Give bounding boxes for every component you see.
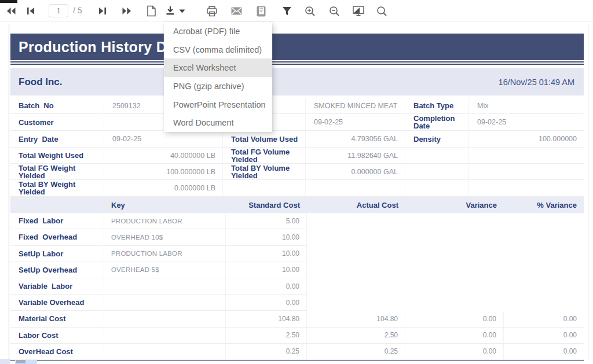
cost-value-cell — [405, 229, 504, 245]
page-bottom-artifact-scroll — [15, 360, 37, 364]
page-right-edge — [588, 24, 588, 360]
company-name: Food Inc. — [19, 76, 63, 88]
cost-value-cell — [405, 246, 504, 262]
cost-value-cell — [504, 262, 584, 278]
export-menu-item-png-gzip-archive[interactable]: PNG (gzip archive) — [164, 77, 272, 95]
info-field-label: Total BY Volume Yielded — [223, 164, 306, 180]
export-menu-item-word-document[interactable]: Word Document — [164, 113, 272, 132]
search-icon[interactable] — [374, 3, 389, 19]
info-field-value — [469, 164, 584, 180]
info-field-label: Batch No — [10, 98, 104, 114]
cost-header--variance: % Variance — [504, 197, 584, 213]
export-menu-item-excel-worksheet[interactable]: Excel Worksheet — [164, 58, 272, 77]
info-field-label: Total BY Weight Yielded — [10, 180, 104, 197]
cost-value-cell: 10.00 — [226, 246, 307, 262]
cost-row-label: Variable Overhead — [10, 295, 104, 311]
info-field-value: 11.982640 GAL — [306, 148, 405, 164]
report-viewer-window: / 5 — [0, 0, 593, 364]
cost-header-variance: Variance — [405, 197, 504, 213]
filter-icon[interactable] — [279, 3, 294, 19]
title-double-rule — [10, 61, 584, 65]
info-field-value: 0.000000 LB — [104, 180, 223, 197]
info-field-value — [469, 148, 584, 164]
info-field-label — [405, 164, 469, 180]
cost-value-cell: 0.00 — [504, 328, 584, 344]
info-field-value: 09-02-25 — [306, 114, 405, 131]
cost-key-cell: OVERHEAD 5$ — [104, 262, 226, 278]
cost-value-cell: 5.00 — [226, 213, 307, 229]
info-field-label: Density — [405, 131, 469, 148]
info-field-label: Total Volume Used — [223, 131, 306, 148]
export-menu-item-powerpoint-presentation[interactable]: PowerPoint Presentation — [164, 95, 272, 114]
cost-row-label: Labor Cost — [10, 328, 104, 344]
page-bottom-artifact-left — [0, 359, 10, 364]
fast-backward-icon[interactable] — [3, 3, 19, 19]
cost-header-key: Key — [104, 197, 226, 213]
new-document-icon[interactable] — [144, 3, 159, 19]
report-subheader-bar: Food Inc. 16/Nov/25 01:49 AM — [10, 68, 584, 95]
batch-info-table: Batch No2509132SMOKED MINCED MEATBatch T… — [10, 98, 584, 197]
cost-value-cell — [504, 229, 584, 245]
cost-value-cell: 0.00 — [405, 311, 504, 327]
print-icon[interactable] — [204, 3, 219, 19]
cost-value-cell: 0.00 — [504, 344, 584, 360]
info-field-value: 100.000000 LB — [104, 164, 223, 180]
export-download-icon[interactable] — [163, 3, 178, 19]
export-report-icon[interactable] — [254, 3, 269, 19]
info-field-value — [469, 180, 584, 197]
cost-value-cell: 0.00 — [226, 278, 307, 295]
zoom-out-icon[interactable] — [327, 3, 342, 19]
info-field-label — [223, 180, 306, 197]
info-field-label: Total Weight Used — [10, 148, 104, 164]
info-field-label — [405, 180, 469, 197]
cost-value-cell: 0.25 — [307, 344, 405, 360]
cost-value-cell: 2.50 — [226, 328, 307, 344]
cost-row-label: OverHead Cost — [10, 344, 104, 360]
cost-row-label: Material Cost — [10, 311, 104, 327]
previous-page-icon[interactable] — [23, 3, 38, 19]
cost-value-cell: 0.25 — [226, 344, 307, 360]
info-field-label: Total FG Volume Yielded — [223, 148, 306, 164]
fit-screen-icon[interactable] — [351, 3, 366, 19]
cost-value-cell — [307, 278, 405, 295]
info-field-value: Mix — [469, 98, 584, 114]
cost-value-cell: 10.00 — [226, 262, 307, 278]
export-caret-icon[interactable] — [177, 3, 187, 19]
info-field-value: 4.793056 GAL — [306, 131, 405, 148]
cost-value-cell — [307, 262, 405, 278]
cost-key-cell — [104, 311, 226, 327]
info-field-value: SMOKED MINCED MEAT — [306, 98, 405, 114]
cost-value-cell — [504, 246, 584, 262]
cost-value-cell: 0.00 — [405, 344, 504, 360]
cost-key-cell — [104, 328, 226, 344]
browser-edge-artifact — [0, 0, 17, 3]
export-menu-item-csv-comma-delimited[interactable]: CSV (comma delimited) — [164, 41, 272, 59]
zoom-in-icon[interactable] — [302, 3, 317, 19]
cost-value-cell: 10.00 — [226, 229, 307, 245]
email-icon[interactable] — [229, 3, 244, 19]
cost-row-label: SetUp Labor — [10, 246, 104, 262]
info-field-label — [405, 148, 469, 164]
cost-row-label: SetUp Overhead — [10, 262, 104, 278]
export-menu-item-acrobat-pdf-file[interactable]: Acrobat (PDF) file — [164, 22, 272, 41]
cost-value-cell: 2.50 — [307, 328, 405, 344]
info-field-label: Entry Date — [10, 131, 104, 148]
fast-forward-icon[interactable] — [119, 3, 134, 19]
report-title-bar: Production History D — [10, 34, 584, 60]
cost-value-cell: 104.80 — [307, 311, 405, 327]
cost-header-blank — [10, 197, 104, 213]
cost-value-cell: 0.00 — [405, 328, 504, 344]
page-number-input[interactable] — [49, 4, 68, 17]
page-count-label: / 5 — [73, 6, 82, 15]
cost-value-cell — [405, 295, 504, 311]
next-page-icon[interactable] — [95, 3, 110, 19]
cost-key-cell — [104, 344, 226, 360]
info-field-label: Completion Date — [405, 114, 469, 131]
cost-header-actual-cost: Actual Cost — [307, 197, 405, 213]
cost-value-cell: 104.80 — [226, 311, 307, 327]
cost-row-label: Fixed Labor — [10, 213, 104, 229]
cost-value-cell — [307, 229, 405, 245]
info-field-value: 40.000000 LB — [104, 148, 223, 164]
cost-value-cell — [504, 213, 584, 229]
cost-key-cell: OVERHEAD 10$ — [104, 229, 226, 245]
